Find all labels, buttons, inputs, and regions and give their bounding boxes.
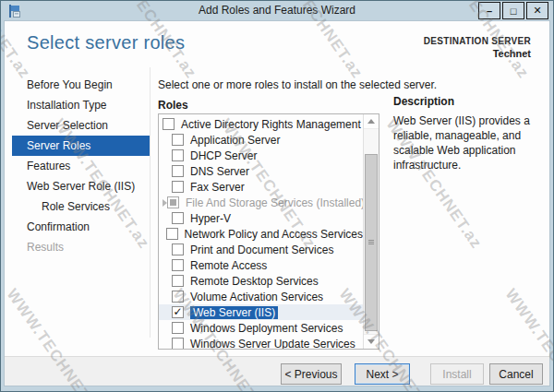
checkbox-unchecked-icon[interactable] — [172, 275, 184, 287]
destination-server-label: DESTINATION SERVER — [424, 36, 531, 46]
role-row-npas[interactable]: Network Policy and Access Services — [159, 226, 363, 242]
role-label: Hyper-V — [190, 212, 231, 225]
description-text: Web Server (IIS) provides a reliable, ma… — [393, 113, 536, 172]
role-row-windows-deployment[interactable]: Windows Deployment Services — [159, 320, 363, 336]
sidebar-item-server-roles[interactable]: Server Roles — [12, 136, 150, 156]
sidebar-item-before-you-begin[interactable]: Before You Begin — [12, 75, 150, 95]
checkbox-unchecked-icon[interactable] — [172, 181, 184, 193]
role-label: Network Policy and Access Services — [185, 228, 363, 241]
destination-server-block: DESTINATION SERVER Technet — [424, 36, 531, 59]
checkbox-unchecked-icon[interactable] — [163, 118, 175, 130]
role-row-application-server[interactable]: Application Server — [159, 132, 363, 148]
role-row-web-server-iis[interactable]: Web Server (IIS) — [159, 304, 363, 320]
role-label: DNS Server — [190, 165, 249, 178]
role-label: Print and Document Services — [190, 244, 333, 256]
page-title: Select server roles — [27, 32, 185, 53]
role-row-adrms[interactable]: Active Directory Rights Management Servi… — [159, 116, 363, 132]
previous-button[interactable]: < Previous — [281, 363, 342, 385]
checkbox-unchecked-icon[interactable] — [172, 322, 184, 334]
checkbox-unchecked-icon[interactable] — [166, 228, 178, 240]
wizard-window: Add Roles and Features Wizard – □ ✕ Sele… — [0, 0, 554, 392]
checkbox-unchecked-icon[interactable] — [172, 259, 184, 271]
roles-list-label: Roles — [158, 99, 188, 112]
role-label: Windows Deployment Services — [190, 322, 343, 335]
role-row-volume-activation[interactable]: Volume Activation Services — [159, 289, 363, 304]
roles-scrollbar[interactable] — [363, 114, 379, 349]
minimize-icon[interactable]: – — [478, 2, 500, 19]
footer-bar: < Previous Next > Install Cancel — [5, 356, 549, 386]
role-label: Active Directory Rights Management Servi… — [181, 118, 379, 131]
checkbox-partial-icon — [167, 196, 179, 208]
maximize-icon[interactable]: □ — [502, 2, 524, 19]
role-label: File And Storage Services (Installed) — [186, 196, 365, 209]
role-row-dhcp-server[interactable]: DHCP Server — [159, 148, 363, 163]
sidebar-item-role-services[interactable]: Role Services — [12, 196, 150, 217]
checkbox-checked-icon[interactable] — [172, 306, 184, 318]
role-row-remote-access[interactable]: Remote Access — [159, 257, 363, 273]
description-title: Description — [393, 95, 454, 108]
destination-server-value: Technet — [424, 48, 531, 59]
sidebar-item-confirmation[interactable]: Confirmation — [12, 217, 150, 237]
sidebar-item-installation-type[interactable]: Installation Type — [12, 95, 150, 115]
role-label: Web Server (IIS) — [190, 306, 278, 319]
sidebar-item-features[interactable]: Features — [12, 156, 150, 176]
checkbox-unchecked-icon[interactable] — [172, 212, 184, 224]
role-row-file-and-storage-services[interactable]: File And Storage Services (Installed) — [159, 195, 363, 210]
scrollbar-thumb[interactable] — [365, 154, 378, 331]
role-label: Remote Access — [190, 259, 267, 272]
role-row-remote-desktop[interactable]: Remote Desktop Services — [159, 273, 363, 289]
role-row-hyper-v[interactable]: Hyper-V — [159, 210, 363, 226]
checkbox-unchecked-icon[interactable] — [172, 338, 184, 350]
role-label: Windows Server Update Services — [190, 338, 355, 350]
sidebar-item-web-server-role[interactable]: Web Server Role (IIS) — [12, 176, 150, 196]
roles-rows: Active Directory Rights Management Servi… — [159, 116, 363, 350]
sidebar-item-server-selection[interactable]: Server Selection — [12, 115, 150, 136]
role-label: Remote Desktop Services — [190, 275, 319, 288]
wizard-steps-sidebar: Before You Begin Installation Type Serve… — [12, 75, 150, 257]
scroll-down-icon[interactable] — [364, 334, 379, 349]
sidebar-item-results: Results — [12, 237, 150, 257]
checkbox-unchecked-icon[interactable] — [172, 134, 184, 146]
next-button[interactable]: Next > — [355, 363, 410, 385]
checkbox-unchecked-icon[interactable] — [172, 165, 184, 177]
role-row-print-document[interactable]: Print and Document Services — [159, 242, 363, 257]
close-icon[interactable]: ✕ — [526, 2, 548, 19]
role-label: DHCP Server — [190, 149, 257, 162]
window-title: Add Roles and Features Wizard — [1, 4, 553, 17]
role-row-fax-server[interactable]: Fax Server — [159, 179, 363, 195]
role-row-dns-server[interactable]: DNS Server — [159, 163, 363, 179]
roles-listbox: Active Directory Rights Management Servi… — [158, 113, 379, 350]
role-label: Fax Server — [190, 181, 245, 194]
role-row-wsus[interactable]: Windows Server Update Services — [159, 336, 363, 350]
titlebar: Add Roles and Features Wizard – □ ✕ — [1, 1, 553, 20]
scroll-up-icon[interactable] — [364, 114, 379, 129]
intro-text: Select one or more roles to install on t… — [158, 78, 437, 91]
install-button: Install — [430, 363, 484, 385]
checkbox-unchecked-icon[interactable] — [172, 149, 184, 161]
checkbox-unchecked-icon[interactable] — [172, 291, 184, 303]
window-controls: – □ ✕ — [476, 2, 548, 19]
cancel-button[interactable]: Cancel — [489, 363, 543, 385]
role-label: Application Server — [190, 134, 280, 147]
sidebar-divider — [150, 67, 151, 338]
checkbox-unchecked-icon[interactable] — [172, 244, 184, 255]
role-label: Volume Activation Services — [190, 291, 323, 303]
